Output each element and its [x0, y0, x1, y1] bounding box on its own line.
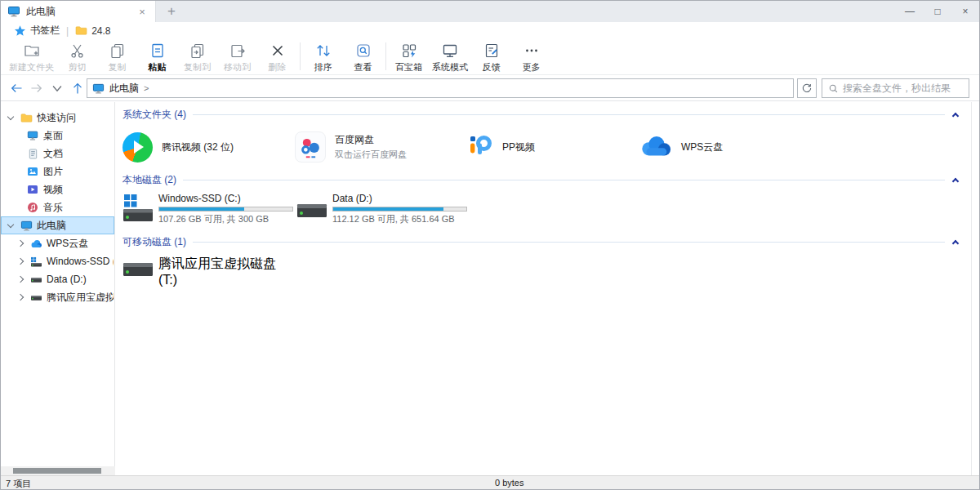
- tool-label: 移动到: [224, 61, 251, 74]
- delete-button[interactable]: 删除: [257, 39, 297, 74]
- drive-item-t[interactable]: 腾讯应用宝虚拟磁盘 (T:): [122, 256, 296, 286]
- tencent-video-icon: [122, 132, 153, 163]
- tool-label: 复制: [109, 61, 127, 74]
- sidebar-horizontal-scrollbar[interactable]: [1, 466, 115, 475]
- chevron-down-icon[interactable]: [7, 220, 14, 227]
- nav-back-button[interactable]: [9, 81, 24, 96]
- more-dots-icon: [523, 42, 541, 60]
- sidebar-item-desktop[interactable]: 桌面: [1, 127, 114, 145]
- app-item-pp-video[interactable]: PP视频: [467, 129, 639, 165]
- more-button[interactable]: 更多: [511, 39, 551, 74]
- chevron-right-icon[interactable]: [17, 258, 24, 265]
- nav-history-chevron-button[interactable]: [50, 81, 65, 96]
- app-item-wps-cloud[interactable]: WPS云盘: [639, 129, 812, 165]
- new-folder-button[interactable]: 新建文件夹: [6, 39, 57, 74]
- collapse-caret-icon[interactable]: [952, 112, 959, 118]
- system-folders-row: 腾讯视频 (32 位) 百度网盘 双击运行百度网: [122, 129, 979, 165]
- sidebar-item-pictures[interactable]: 图片: [1, 163, 114, 180]
- system-mode-button[interactable]: 系统模式: [429, 39, 471, 74]
- drive-usage-text: 112.12 GB 可用, 共 651.64 GB: [332, 213, 467, 225]
- bookmarks-toggle[interactable]: 书签栏: [14, 24, 60, 38]
- bookmark-folder-24-8[interactable]: 24.8: [75, 25, 110, 37]
- sidebar-item-this-pc[interactable]: 此电脑: [1, 216, 114, 234]
- drive-item-c[interactable]: Windows-SSD (C:) 107.26 GB 可用, 共 300 GB: [122, 193, 296, 225]
- drive-d-icon: [296, 193, 327, 224]
- nav-forward-button[interactable]: [29, 81, 44, 96]
- app-item-baidu-netdisk[interactable]: 百度网盘 双击运行百度网盘: [295, 129, 467, 165]
- refresh-button[interactable]: [797, 78, 817, 98]
- copy-button[interactable]: 复制: [97, 39, 137, 74]
- search-input[interactable]: 搜索全盘文件，秒出结果: [822, 78, 969, 98]
- sidebar-item-videos[interactable]: 视频: [1, 180, 114, 198]
- feedback-icon: [483, 42, 501, 60]
- toolbox-button[interactable]: 百宝箱: [389, 39, 429, 74]
- copy-to-button[interactable]: 复制到: [177, 39, 217, 74]
- window-controls: — □ ×: [896, 1, 979, 22]
- minimize-button[interactable]: —: [896, 1, 924, 22]
- monitor-icon: [20, 220, 33, 232]
- tab-title: 此电脑: [26, 5, 136, 19]
- items-count: 7 项目: [6, 478, 31, 490]
- scrollbar-thumb[interactable]: [13, 468, 101, 474]
- drive-windows-icon: [29, 256, 42, 267]
- new-tab-button[interactable]: +: [159, 1, 184, 22]
- pictures-icon: [26, 166, 39, 177]
- tab-this-pc[interactable]: 此电脑 ×: [1, 1, 156, 22]
- maximize-button[interactable]: □: [924, 1, 951, 22]
- drive-name: Windows-SSD (C:): [158, 193, 293, 204]
- feedback-button[interactable]: 反馈: [471, 39, 511, 74]
- move-to-button[interactable]: 移动到: [217, 39, 257, 74]
- sidebar-item-label: 视频: [43, 183, 63, 197]
- nav-up-button[interactable]: [70, 81, 85, 96]
- pp-video-icon: [467, 132, 493, 162]
- chevron-right-icon[interactable]: [17, 276, 24, 283]
- bookmarks-bar: 书签栏 | 24.8: [1, 22, 979, 39]
- sidebar-item-music[interactable]: 音乐: [1, 198, 114, 216]
- breadcrumb-chevron[interactable]: >: [144, 83, 149, 93]
- refresh-icon: [801, 82, 813, 94]
- tab-bar: 此电脑 × + — □ ×: [1, 1, 979, 22]
- sidebar-item-drive-c[interactable]: Windows-SSD (C:): [1, 252, 114, 270]
- sidebar-item-quick-access[interactable]: 快速访问: [1, 109, 114, 127]
- app-item-tencent-video[interactable]: 腾讯视频 (32 位): [122, 129, 295, 165]
- bookmark-folder-label: 24.8: [91, 25, 110, 37]
- local-disks-row: Windows-SSD (C:) 107.26 GB 可用, 共 300 GB: [122, 193, 979, 225]
- tool-label: 查看: [354, 61, 372, 74]
- tab-close-icon[interactable]: ×: [136, 6, 149, 18]
- chevron-right-icon[interactable]: [17, 294, 24, 301]
- breadcrumb[interactable]: 此电脑: [109, 82, 139, 96]
- file-explorer-window: 此电脑 × + — □ × 书签栏 | 24.8: [0, 0, 980, 490]
- sort-button[interactable]: 排序: [303, 39, 343, 74]
- tool-label: 粘贴: [149, 61, 167, 74]
- sidebar-item-drive-d[interactable]: Data (D:): [1, 270, 114, 288]
- section-divider: [183, 180, 945, 180]
- close-button[interactable]: ×: [951, 1, 979, 22]
- sidebar-item-drive-t[interactable]: 腾讯应用宝虚拟磁盘 (T:): [1, 288, 114, 306]
- chevron-down-icon[interactable]: [7, 113, 14, 119]
- content-pane: 系统文件夹 (4) 腾讯视频 (32 位): [116, 102, 979, 475]
- app-name: PP视频: [502, 140, 535, 154]
- document-icon: [26, 149, 39, 159]
- sidebar-item-documents[interactable]: 文档: [1, 145, 114, 163]
- bookmarks-label: 书签栏: [30, 24, 60, 38]
- drive-item-d[interactable]: Data (D:) 112.12 GB 可用, 共 651.64 GB: [296, 193, 470, 225]
- sidebar-item-wps-cloud[interactable]: WPS云盘: [1, 234, 114, 252]
- copy-to-icon: [189, 42, 207, 60]
- collapse-caret-icon[interactable]: [952, 177, 959, 184]
- paste-button[interactable]: 粘贴: [137, 39, 177, 74]
- folder-icon: [75, 25, 87, 36]
- cut-button[interactable]: 剪切: [57, 39, 97, 74]
- collapse-caret-icon[interactable]: [952, 239, 959, 246]
- chevron-right-icon[interactable]: [17, 240, 24, 247]
- tool-label: 系统模式: [432, 61, 468, 74]
- section-header-local-disks[interactable]: 本地磁盘 (2): [122, 172, 958, 187]
- section-header-system-folders[interactable]: 系统文件夹 (4): [122, 107, 958, 122]
- search-icon: [828, 83, 839, 94]
- view-button[interactable]: 查看: [343, 39, 383, 74]
- section-header-removable-disks[interactable]: 可移动磁盘 (1): [122, 234, 958, 249]
- sidebar-item-label: 快速访问: [37, 111, 76, 125]
- address-bar[interactable]: 此电脑 >: [87, 78, 794, 98]
- app-subtitle: 双击运行百度网盘: [335, 149, 407, 161]
- sidebar-item-label: WPS云盘: [47, 237, 88, 251]
- folder-icon: [20, 113, 33, 123]
